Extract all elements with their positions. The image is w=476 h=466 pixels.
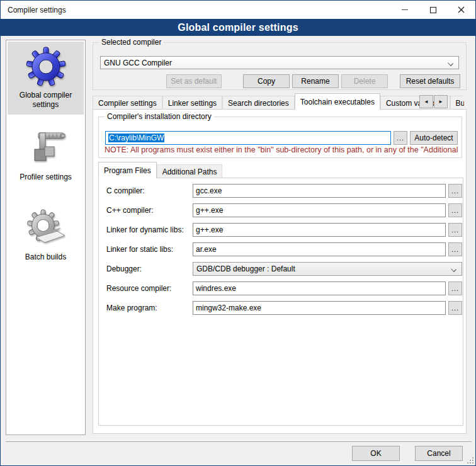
- linker-dynamic-label: Linker for dynamic libs:: [106, 223, 184, 237]
- installation-directory-input[interactable]: C:\raylib\MinGW: [105, 131, 391, 145]
- ok-button[interactable]: OK: [352, 446, 400, 461]
- cancel-button[interactable]: Cancel: [415, 446, 463, 461]
- footer-separator: [6, 441, 472, 443]
- settings-category-list: Global compiler settings Profiler settin…: [6, 40, 86, 435]
- close-button[interactable]: [447, 1, 475, 19]
- make-program-input[interactable]: [193, 301, 446, 315]
- tab-linker-settings[interactable]: Linker settings: [162, 96, 222, 110]
- titlebar: Compiler settings: [1, 1, 475, 19]
- dialog-header: Global compiler settings: [1, 19, 475, 36]
- debugger-select[interactable]: GDB/CDB debugger : Default: [193, 262, 462, 276]
- chevron-down-icon: [448, 60, 453, 66]
- debugger-label: Debugger:: [106, 262, 142, 276]
- arrow-right-icon: ►: [438, 99, 443, 105]
- gear-blue-icon: [26, 47, 66, 87]
- make-program-label: Make program:: [106, 301, 157, 315]
- cpp-compiler-label: C++ compiler:: [106, 203, 154, 217]
- resource-compiler-label: Resource compiler:: [106, 281, 171, 295]
- caliper-icon: [26, 128, 66, 169]
- sidebar-item-batch-builds[interactable]: Batch builds: [8, 203, 84, 267]
- sidebar-item-label: Profiler settings: [9, 173, 82, 182]
- selected-compiler-group: Selected compiler GNU GCC Compiler Set a…: [93, 42, 467, 90]
- sidebar-item-profiler-settings[interactable]: Profiler settings: [8, 123, 84, 187]
- linker-dynamic-input[interactable]: [193, 223, 446, 237]
- rename-button[interactable]: Rename: [292, 74, 339, 88]
- close-icon: [458, 6, 465, 13]
- maximize-icon: [430, 7, 436, 13]
- make-program-browse-button[interactable]: ...: [448, 301, 462, 315]
- sidebar-item-label: Batch builds: [9, 253, 82, 262]
- sidebar-item-label: Global compiler settings: [9, 91, 82, 110]
- compiler-settings-dialog: Compiler settings Global compiler settin…: [0, 0, 476, 466]
- tab-scroll-right-button[interactable]: ►: [434, 95, 448, 108]
- compiler-select[interactable]: GNU GCC Compiler: [100, 56, 459, 69]
- auto-detect-button[interactable]: Auto-detect: [410, 131, 458, 145]
- delete-button[interactable]: Delete: [341, 74, 388, 88]
- program-files-tabstrip: Program Files Additional Paths: [98, 162, 350, 178]
- linker-dynamic-browse-button[interactable]: ...: [448, 223, 462, 237]
- reset-defaults-button[interactable]: Reset defaults: [400, 74, 460, 88]
- program-files-panel: C compiler: ... C++ compiler: ... Linker…: [98, 178, 463, 426]
- linker-static-browse-button[interactable]: ...: [448, 242, 462, 256]
- linker-static-input[interactable]: [193, 242, 446, 256]
- maximize-button[interactable]: [419, 1, 447, 19]
- tab-additional-paths[interactable]: Additional Paths: [157, 164, 223, 178]
- c-compiler-input[interactable]: [193, 184, 446, 198]
- main-tabstrip: Compiler settings Linker settings Search…: [93, 93, 464, 110]
- chevron-down-icon: [451, 266, 456, 272]
- tab-compiler-settings[interactable]: Compiler settings: [93, 96, 162, 110]
- installation-directory-group-label: Compiler's installation directory: [105, 112, 214, 121]
- compiler-select-value: GNU GCC Compiler: [104, 59, 172, 67]
- resize-grip[interactable]: [467, 457, 473, 463]
- cpp-compiler-browse-button[interactable]: ...: [448, 203, 462, 217]
- minimize-icon: [402, 9, 408, 10]
- installation-directory-value: C:\raylib\MinGW: [108, 134, 164, 142]
- tab-scroll-left-button[interactable]: ◄: [419, 95, 433, 108]
- debugger-select-value: GDB/CDB debugger : Default: [196, 264, 295, 273]
- copy-button[interactable]: Copy: [243, 74, 290, 88]
- toolchain-executables-page: Compiler's installation directory C:\ray…: [93, 109, 467, 434]
- tab-program-files[interactable]: Program Files: [98, 162, 157, 178]
- installation-directory-browse-button[interactable]: ...: [394, 131, 407, 145]
- tab-toolchain-executables[interactable]: Toolchain executables: [295, 93, 380, 110]
- selected-compiler-group-label: Selected compiler: [99, 38, 164, 47]
- tab-search-directories[interactable]: Search directories: [222, 96, 295, 110]
- minimize-button[interactable]: [390, 1, 419, 19]
- resource-compiler-input[interactable]: [193, 281, 446, 295]
- c-compiler-label: C compiler:: [106, 184, 145, 198]
- gear-gray-stack-icon: [26, 208, 66, 249]
- window-title: Compiler settings: [1, 6, 390, 14]
- sidebar-item-global-compiler-settings[interactable]: Global compiler settings: [8, 42, 84, 115]
- linker-static-label: Linker for static libs:: [106, 242, 173, 256]
- cpp-compiler-input[interactable]: [193, 203, 446, 217]
- arrow-left-icon: ◄: [424, 99, 429, 105]
- installation-note: NOTE: All programs must exist either in …: [105, 145, 463, 154]
- c-compiler-browse-button[interactable]: ...: [448, 184, 462, 198]
- dialog-header-title: Global compiler settings: [178, 22, 298, 33]
- resource-compiler-browse-button[interactable]: ...: [448, 281, 462, 295]
- tab-build-options[interactable]: Build options: [450, 96, 464, 110]
- set-as-default-button[interactable]: Set as default: [166, 74, 222, 88]
